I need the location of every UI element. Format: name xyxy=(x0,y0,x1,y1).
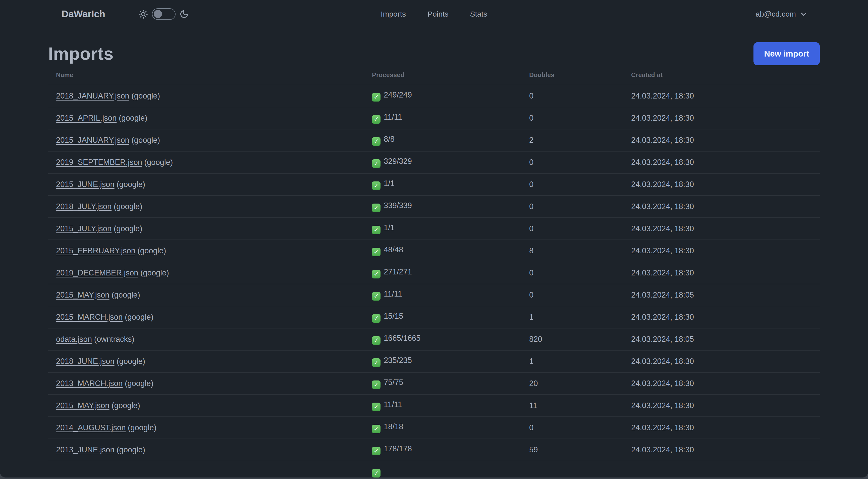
check-icon: ✓ xyxy=(372,381,380,389)
import-file-link[interactable]: 2015_APRIL.json xyxy=(56,114,117,122)
cell-created-at: 24.03.2024, 18:30 xyxy=(631,173,820,196)
import-file-link[interactable]: 2018_JUNE.json xyxy=(56,357,115,366)
import-source: (google) xyxy=(123,312,153,322)
cell-processed: ✓1665/1665 xyxy=(372,328,529,350)
cell-doubles: 0 xyxy=(529,196,631,218)
cell-processed: ✓11/11 xyxy=(372,394,529,417)
table-row: 2018_JULY.json (google)✓339/339024.03.20… xyxy=(48,196,820,218)
table-row: 2015_JULY.json (google)✓1/1024.03.2024, … xyxy=(48,218,820,240)
import-file-link[interactable]: 2015_FEBRUARY.json xyxy=(56,246,135,255)
nav-item-stats[interactable]: Stats xyxy=(469,7,489,21)
cell-name: 2015_JUNE.json (google) xyxy=(48,173,372,196)
cell-doubles: 2 xyxy=(529,129,631,151)
cell-name: 2018_JANUARY.json (google) xyxy=(48,85,372,107)
check-icon: ✓ xyxy=(372,358,380,367)
check-icon: ✓ xyxy=(372,314,380,323)
import-file-link[interactable]: 2015_JANUARY.json xyxy=(56,136,129,145)
cell-name: 2015_MARCH.json (google) xyxy=(48,306,372,328)
cell-processed: ✓329/329 xyxy=(372,151,529,173)
cell-processed: ✓1/1 xyxy=(372,173,529,196)
processed-count: 48/48 xyxy=(384,245,403,254)
import-file-link[interactable]: 2019_SEPTEMBER.json xyxy=(56,158,142,167)
table-row: 2015_APRIL.json (google)✓11/11024.03.202… xyxy=(48,107,820,129)
user-menu[interactable]: ab@cd.com xyxy=(755,10,807,18)
cell-name: 2015_MAY.json (google) xyxy=(48,284,372,306)
check-icon: ✓ xyxy=(372,159,380,168)
app-viewport: DaWarIch Imports P xyxy=(0,0,868,478)
nav-item-points[interactable]: Points xyxy=(426,7,450,21)
cell-name: 2018_JUNE.json (google) xyxy=(48,350,372,372)
check-icon: ✓ xyxy=(372,447,380,455)
check-icon: ✓ xyxy=(372,469,380,478)
import-source: (google) xyxy=(115,445,145,454)
import-file-link[interactable]: 2015_MARCH.json xyxy=(56,312,123,322)
cell-created-at: 24.03.2024, 18:30 xyxy=(631,240,820,262)
import-file-link[interactable]: 2015_MAY.json xyxy=(56,291,110,299)
cell-doubles: 0 xyxy=(529,151,631,173)
import-file-link[interactable]: 2013_JUNE.json xyxy=(56,445,115,454)
import-source: (google) xyxy=(115,180,145,189)
nav-item-imports[interactable]: Imports xyxy=(379,7,407,21)
import-file-link[interactable]: 2018_JULY.json xyxy=(56,202,112,211)
table-row: 2018_JANUARY.json (google)✓249/249024.03… xyxy=(48,85,820,107)
user-email: ab@cd.com xyxy=(755,10,796,18)
processed-count: 235/235 xyxy=(384,356,412,365)
cell-doubles: 0 xyxy=(529,107,631,129)
table-row: 2013_MARCH.json (google)✓75/752024.03.20… xyxy=(48,372,820,394)
page-title: Imports xyxy=(48,44,114,64)
table-row: odata.json (owntracks)✓1665/166582024.03… xyxy=(48,328,820,350)
header-created-at: Created at xyxy=(631,65,820,85)
import-source: (google) xyxy=(135,246,166,255)
cell-created-at: 24.03.2024, 18:30 xyxy=(631,394,820,417)
cell-processed: ✓75/75 xyxy=(372,372,529,394)
table-row: 2015_MAY.json (google)✓11/11024.03.2024,… xyxy=(48,284,820,306)
cell-doubles: 20 xyxy=(529,372,631,394)
cell-doubles: 0 xyxy=(529,262,631,284)
theme-switch[interactable] xyxy=(152,8,176,20)
import-source: (google) xyxy=(126,423,156,432)
import-file-link[interactable]: 2013_MARCH.json xyxy=(56,379,123,388)
cell-processed: ✓11/11 xyxy=(372,107,529,129)
cell-name: 2015_JANUARY.json (google) xyxy=(48,129,372,151)
cell-name: 2015_MAY.json (google) xyxy=(48,394,372,417)
moon-icon xyxy=(180,9,189,19)
check-icon: ✓ xyxy=(372,336,380,345)
sun-icon xyxy=(138,9,148,19)
cell-name: 2019_SEPTEMBER.json (google) xyxy=(48,151,372,173)
import-file-link[interactable]: odata.json xyxy=(56,335,92,343)
import-source: (google) xyxy=(110,291,140,299)
header-name: Name xyxy=(48,65,372,85)
import-file-link[interactable]: 2015_JUNE.json xyxy=(56,180,115,189)
import-source: (google) xyxy=(115,357,145,366)
check-icon: ✓ xyxy=(372,181,380,190)
import-file-link[interactable]: 2015_MAY.json xyxy=(56,401,110,410)
import-file-link[interactable]: 2018_JANUARY.json xyxy=(56,91,129,100)
cell-processed: ✓235/235 xyxy=(372,350,529,372)
processed-count: 8/8 xyxy=(384,135,395,144)
import-source: (google) xyxy=(129,136,160,145)
import-file-link[interactable]: 2019_DECEMBER.json xyxy=(56,268,138,277)
cell-processed: ✓ xyxy=(372,461,529,478)
cell-name: odata.json (owntracks) xyxy=(48,328,372,350)
cell-created-at: 24.03.2024, 18:30 xyxy=(631,85,820,107)
cell-created-at: 24.03.2024, 18:30 xyxy=(631,350,820,372)
cell-processed: ✓48/48 xyxy=(372,240,529,262)
cell-name: 2014_AUGUST.json (google) xyxy=(48,417,372,439)
new-import-button[interactable]: New import xyxy=(753,42,820,65)
import-source: (google) xyxy=(123,379,153,388)
table-row: 2015_JUNE.json (google)✓1/1024.03.2024, … xyxy=(48,173,820,196)
processed-count: 1665/1665 xyxy=(384,334,421,342)
import-file-link[interactable]: 2015_JULY.json xyxy=(56,224,112,233)
brand-logo[interactable]: DaWarIch xyxy=(62,9,105,20)
cell-created-at: 24.03.2024, 18:30 xyxy=(631,306,820,328)
header-doubles: Doubles xyxy=(529,65,631,85)
table-row: 2015_JANUARY.json (google)✓8/8224.03.202… xyxy=(48,129,820,151)
cell-doubles: 11 xyxy=(529,394,631,417)
processed-count: 11/11 xyxy=(384,113,402,121)
import-source: (google) xyxy=(117,114,147,122)
check-icon: ✓ xyxy=(372,93,380,101)
table-row: 2018_JUNE.json (google)✓235/235124.03.20… xyxy=(48,350,820,372)
import-file-link[interactable]: 2014_AUGUST.json xyxy=(56,423,126,432)
table-row: 2019_DECEMBER.json (google)✓271/271024.0… xyxy=(48,262,820,284)
check-icon: ✓ xyxy=(372,402,380,411)
